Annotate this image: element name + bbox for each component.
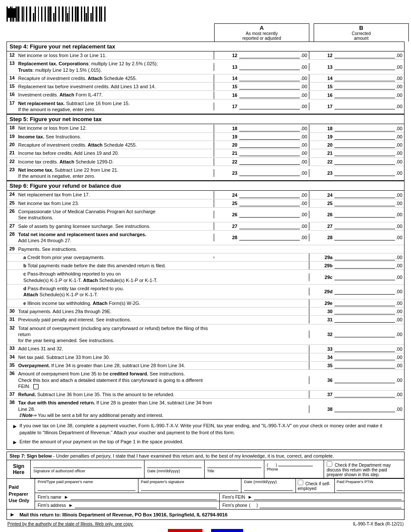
field-19b: 19 .00 [309,133,404,141]
table-row: d Pass-through entity tax credit reporte… [7,285,404,299]
field-27b: 27 .00 [309,222,404,230]
table-row: 19 Income tax. See Instructions. 19 .00 … [7,133,404,141]
table-row: 15 Replacement tax before investment cre… [7,83,404,91]
preparer-date-field[interactable]: Date (mm/dd/yyyy) [241,479,296,493]
table-row: 25 Net income tax from Line 23. 25 .00 2… [7,199,404,208]
preparer-name-field[interactable]: Print/Type paid preparer's name [35,479,138,493]
reset-button[interactable]: Reset [168,529,202,532]
table-row: a Credit from prior year overpayments. 2… [7,253,404,262]
discuss-checkbox[interactable] [327,461,332,467]
bullet-section: ► If you owe tax on Line 38, complete a … [6,420,405,450]
field-18b: 18 .00 [309,125,404,132]
table-row: 14 Recapture of investment credits. Atta… [7,74,404,83]
table-row: 21 Income tax before credits. Add Lines … [7,149,404,157]
field-15b: 15 .00 [309,83,404,90]
paid-preparer-fields: Print/Type paid preparer's name Paid pre… [35,479,404,509]
step7-header: Step 7: Sign below - Under penalties of … [7,452,404,460]
field-14b: 14 .00 [309,74,404,82]
field-22b: 22 .00 [309,158,404,166]
step7-section: Step 7: Sign below - Under penalties of … [6,452,405,510]
paid-preparer-label: PaidPreparerUse Only [7,479,35,509]
table-row: 12 Net income or loss from Line 3 or Lin… [7,51,404,60]
field-16b: 16 .00 [309,91,404,99]
table-row: 22 Income tax credits. Attach Schedule 1… [7,158,404,166]
field-19a: 19 .00 [214,133,309,141]
table-row: c Pass-through withholding reported to y… [7,270,404,285]
field-18a: 18 .00 [214,125,309,132]
table-row: 13 Replacement tax. Corporations: multip… [7,60,404,74]
ptin-field[interactable]: Paid Preparer's PTIN [335,479,404,493]
preparer-sig-field[interactable]: Paid preparer's signature [138,479,242,493]
field-34: 34 .00 [309,353,404,361]
field-24a: 24 .00 [214,191,309,199]
mail-section: ► Mail this return to: Illinois Departme… [6,510,405,520]
table-row: 29 Payments. See instructions. [7,245,404,253]
table-row: 20 Recapture of investment credits. Atta… [7,141,404,149]
field-28b: 28 .00 [309,234,404,241]
table-row: 36 Amount of overpayment from Line 35 to… [7,370,404,391]
table-row: 31 Previously paid penalty and interest.… [7,316,404,324]
field-21b: 21 .00 [309,149,404,157]
field-14a: 14 .00 [214,74,309,82]
button-row: Reset Print [6,529,405,532]
table-row: b Total payments made before the date th… [7,262,404,270]
field-20a: 20 .00 [214,141,309,149]
step4-header: Step 4: Figure your net replacement tax [7,42,404,51]
print-button[interactable]: Print [211,529,243,532]
sign-here-label: SignHere [7,460,31,478]
field-15a: 15 .00 [214,83,309,90]
col-b-sub: Correctedamount [352,31,371,41]
col-b-header: B Correctedamount [314,23,409,42]
field-17b: 17 .00 [309,103,404,110]
field-29b: 29b .00 [309,262,404,269]
carryforward-checkbox[interactable] [33,384,39,389]
table-row: 16 Investment credits. Attach Form IL-47… [7,91,404,99]
field-27a: 27 .00 [214,222,309,230]
check-dept-note: Check if the Department may discuss this… [324,460,404,478]
firm-name-field[interactable]: Firm's name ► [35,493,220,501]
table-row: 34 Net tax paid. Subtract Line 33 from L… [7,353,404,362]
field-36: 36 .00 [309,376,404,384]
table-row: 32 Total amount of overpayment (includin… [7,324,404,345]
field-12a: 12 .00 [214,51,309,59]
table-row: 30 Total payments. Add Lines 29a through… [7,308,404,316]
firm-phone-field[interactable]: Firm's phone ( ) [220,501,404,509]
field-25a: 25 .00 [214,199,309,207]
field-29d: 29d .00 [309,288,404,295]
field-21a: 21 .00 [214,149,309,157]
field-23a: 23 .00 [214,169,309,177]
field-12b: 12 .00 [309,51,404,59]
table-row: 38 Tax due with this amended return. If … [7,399,404,419]
field-16a: 16 .00 [214,91,309,99]
table-row: 27 Sale of assets by gaming licensee sur… [7,222,404,231]
date-field[interactable]: Date (mm/dd/yyyy) [144,460,204,478]
table-row: 37 Refund. Subtract Line 36 from Line 35… [7,391,404,399]
field-24b: 24 .00 [309,191,404,199]
field-17a: 17 .00 [214,103,309,110]
table-row: 33 Add Lines 31 and 32. 33 .00 [7,345,404,353]
sig-field[interactable]: Signature of authorized officer [31,460,144,478]
field-23b: 23 .00 [309,169,404,177]
bullet-1: ► If you owe tax on Line 38, complete a … [10,421,401,437]
firm-address-field[interactable]: Firm's address ► [35,501,220,509]
table-row: 24 Net replacement tax from Line 17. 24 … [7,191,404,199]
self-employed-checkbox[interactable] [298,480,303,485]
field-38: 38 .00 [309,405,404,413]
firm-fein-field[interactable]: Firm's FEIN ► [220,493,404,501]
field-29e: 29e .00 [309,299,404,307]
table-row: 26 Compassionate Use of Medical Cannabis… [7,208,404,222]
title-field[interactable]: Title [205,460,264,478]
step6-header: Step 6: Figure your refund or balance du… [7,180,404,191]
field-31: 31 .00 [309,316,404,324]
table-row: 23 Net income tax. Subtract Line 22 from… [7,166,404,181]
self-employed-check: Check if self-employed [296,479,335,493]
form-body: Step 4: Figure your net replacement tax … [6,42,405,420]
field-26a: 26 .00 [214,211,309,218]
table-row: 17 Net replacement tax. Subtract Line 16… [7,99,404,114]
table-row: 18 Net income or loss from Line 12. 18 .… [7,124,404,132]
bullet-2: ► Enter the amount of your payment on th… [10,437,401,448]
phone-field[interactable]: ( ) Phone [264,460,324,478]
footer-row: Printed by the authority of the state of… [6,522,405,526]
step5-header: Step 5: Figure your net income tax [7,114,404,124]
field-33: 33 .00 [309,345,404,353]
